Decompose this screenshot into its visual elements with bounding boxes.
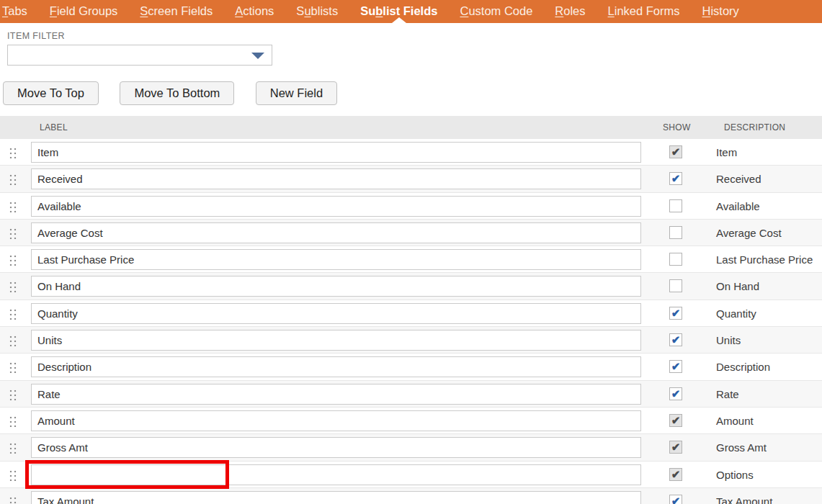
drag-handle-icon[interactable] <box>9 147 17 158</box>
tab-field-groups[interactable]: Field Groups <box>50 0 117 23</box>
description-text: Average Cost <box>716 220 782 246</box>
drag-handle-icon[interactable] <box>9 361 17 373</box>
tab-actions[interactable]: Actions <box>235 0 274 23</box>
drag-handle-icon[interactable] <box>9 389 17 400</box>
move-to-bottom-button[interactable]: Move To Bottom <box>120 81 234 105</box>
table-row: Average Cost <box>0 220 822 246</box>
show-checkbox[interactable]: ✔ <box>669 145 682 158</box>
drag-handle-icon[interactable] <box>9 415 17 427</box>
label-input[interactable] <box>31 222 641 243</box>
label-input[interactable] <box>31 356 641 377</box>
description-text: Options <box>716 462 754 488</box>
label-input[interactable] <box>31 384 641 405</box>
label-input[interactable] <box>31 249 641 270</box>
drag-handle-icon[interactable] <box>9 174 17 185</box>
description-text: Gross Amt <box>716 434 767 461</box>
chevron-down-icon <box>251 53 264 59</box>
drag-handle-icon[interactable] <box>9 308 17 320</box>
label-input[interactable] <box>31 168 641 189</box>
drag-handle-icon[interactable] <box>9 281 17 292</box>
tab-bar: TabsField GroupsScreen FieldsActionsSubl… <box>0 0 822 23</box>
tab-sublists[interactable]: Sublists <box>296 0 338 23</box>
description-text: Quantity <box>716 300 756 327</box>
drag-handle-icon[interactable] <box>9 201 17 212</box>
label-input[interactable] <box>31 196 641 217</box>
description-text: Amount <box>716 408 754 434</box>
table-row: ✔Rate <box>0 381 822 408</box>
tab-roles[interactable]: Roles <box>555 0 585 23</box>
table-row: ✔Options <box>0 462 822 488</box>
tab-linked-forms[interactable]: Linked Forms <box>608 0 680 23</box>
drag-handle-icon[interactable] <box>9 442 17 454</box>
label-input[interactable] <box>31 464 641 485</box>
label-input[interactable] <box>31 330 641 351</box>
label-input[interactable] <box>31 303 641 324</box>
label-input[interactable] <box>31 276 641 297</box>
drag-handle-icon[interactable] <box>9 228 17 239</box>
sublist-fields-table: LABEL SHOW DESCRIPTION ✔Item✔ReceivedAva… <box>0 116 822 504</box>
item-filter-dropdown[interactable] <box>7 45 272 66</box>
show-checkbox[interactable]: ✔ <box>669 333 682 346</box>
description-text: Item <box>716 139 737 166</box>
drag-handle-icon[interactable] <box>9 254 17 266</box>
description-text: Available <box>716 193 760 220</box>
table-row: ✔Gross Amt <box>0 434 822 461</box>
show-checkbox[interactable]: ✔ <box>669 468 682 481</box>
new-field-button[interactable]: New Field <box>256 81 337 105</box>
table-row: ✔Description <box>0 354 822 380</box>
show-checkbox[interactable]: ✔ <box>669 307 682 320</box>
drag-handle-icon[interactable] <box>9 469 17 481</box>
show-checkbox[interactable]: ✔ <box>669 172 682 185</box>
show-checkbox[interactable] <box>669 199 682 212</box>
tab-history[interactable]: History <box>702 0 739 23</box>
toolbar: Move To Top Move To Bottom New Field <box>3 81 337 105</box>
table-row: ✔Quantity <box>0 300 822 327</box>
table-row: Available <box>0 193 822 220</box>
label-input[interactable] <box>31 437 641 458</box>
description-text: On Hand <box>716 273 759 300</box>
table-row: ✔Received <box>0 166 822 192</box>
tab-sublist-fields[interactable]: Sublist Fields <box>360 0 437 23</box>
show-checkbox[interactable]: ✔ <box>669 495 682 504</box>
move-to-top-button[interactable]: Move To Top <box>3 81 99 105</box>
column-header-show: SHOW <box>663 116 691 139</box>
show-checkbox[interactable]: ✔ <box>669 441 682 454</box>
show-checkbox[interactable]: ✔ <box>669 360 682 373</box>
show-checkbox[interactable]: ✔ <box>669 414 682 427</box>
table-header: LABEL SHOW DESCRIPTION <box>0 116 822 139</box>
description-text: Rate <box>716 381 739 408</box>
column-header-description: DESCRIPTION <box>724 116 785 139</box>
column-header-label: LABEL <box>40 116 68 139</box>
tab-screen-fields[interactable]: Screen Fields <box>140 0 213 23</box>
show-checkbox[interactable] <box>669 253 682 266</box>
table-row: On Hand <box>0 273 822 300</box>
label-input[interactable] <box>31 491 641 504</box>
table-body: ✔Item✔ReceivedAvailableAverage CostLast … <box>0 139 822 504</box>
table-row: ✔Item <box>0 139 822 166</box>
table-row: ✔Units <box>0 327 822 354</box>
item-filter-label: ITEM FILTER <box>7 31 65 41</box>
table-row: ✔Amount <box>0 408 822 434</box>
drag-handle-icon[interactable] <box>9 335 17 346</box>
label-input[interactable] <box>31 410 641 431</box>
label-input[interactable] <box>31 142 641 163</box>
description-text: Units <box>716 327 741 354</box>
drag-handle-icon[interactable] <box>9 496 17 504</box>
description-text: Tax Amount <box>716 488 772 504</box>
table-row: Last Purchase Price <box>0 246 822 273</box>
show-checkbox[interactable]: ✔ <box>669 387 682 400</box>
show-checkbox[interactable] <box>669 279 682 292</box>
tab-custom-code[interactable]: Custom Code <box>460 0 532 23</box>
description-text: Received <box>716 166 761 192</box>
table-row: ✔Tax Amount <box>0 488 822 504</box>
description-text: Last Purchase Price <box>716 246 813 273</box>
description-text: Description <box>716 354 770 380</box>
show-checkbox[interactable] <box>669 226 682 239</box>
tab-tabs[interactable]: Tabs <box>2 0 27 23</box>
